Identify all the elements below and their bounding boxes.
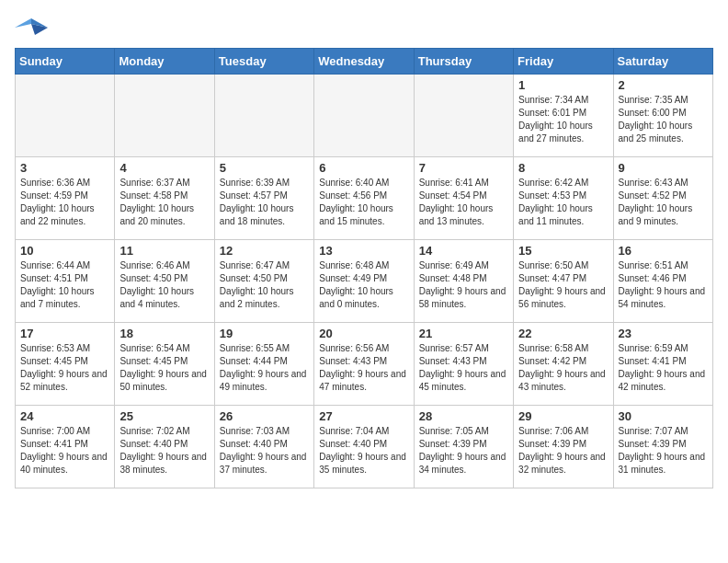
day-info: Sunrise: 6:48 AM Sunset: 4:49 PM Dayligh… [319,259,408,311]
day-number: 17 [20,327,109,340]
day-number: 18 [119,327,209,340]
logo-bird-icon [15,15,48,40]
calendar-cell [314,75,414,157]
calendar-cell: 11Sunrise: 6:46 AM Sunset: 4:50 PM Dayli… [115,240,214,323]
day-number: 2 [619,78,708,92]
calendar-week-row: 24Sunrise: 7:00 AM Sunset: 4:41 PM Dayli… [16,406,713,488]
day-info: Sunrise: 6:55 AM Sunset: 4:44 PM Dayligh… [220,342,309,394]
calendar-cell: 13Sunrise: 6:48 AM Sunset: 4:49 PM Dayli… [314,240,414,323]
calendar-cell: 29Sunrise: 7:06 AM Sunset: 4:39 PM Dayli… [514,406,613,488]
day-number: 16 [619,244,708,258]
day-number: 4 [119,161,209,175]
calendar-cell: 27Sunrise: 7:04 AM Sunset: 4:40 PM Dayli… [314,406,414,488]
calendar-week-row: 3Sunrise: 6:36 AM Sunset: 4:59 PM Daylig… [16,157,713,240]
calendar-header-monday: Monday [115,49,214,75]
logo [15,15,51,40]
day-number: 12 [220,244,309,258]
day-number: 11 [119,244,209,258]
calendar-cell: 21Sunrise: 6:57 AM Sunset: 4:43 PM Dayli… [414,323,513,406]
day-info: Sunrise: 6:42 AM Sunset: 4:53 PM Dayligh… [518,177,608,228]
calendar-header-wednesday: Wednesday [314,49,414,75]
day-number: 25 [119,409,209,423]
day-info: Sunrise: 6:56 AM Sunset: 4:43 PM Dayligh… [319,342,408,394]
calendar-table: SundayMondayTuesdayWednesdayThursdayFrid… [15,48,713,488]
day-info: Sunrise: 6:53 AM Sunset: 4:45 PM Dayligh… [20,342,109,394]
day-info: Sunrise: 6:47 AM Sunset: 4:50 PM Dayligh… [220,259,309,311]
day-number: 13 [319,244,408,258]
day-info: Sunrise: 7:05 AM Sunset: 4:39 PM Dayligh… [419,425,508,477]
header [15,15,713,40]
calendar-cell: 9Sunrise: 6:43 AM Sunset: 4:52 PM Daylig… [613,157,712,240]
day-info: Sunrise: 6:41 AM Sunset: 4:54 PM Dayligh… [419,177,508,228]
calendar-header-sunday: Sunday [16,49,115,75]
calendar-cell: 5Sunrise: 6:39 AM Sunset: 4:57 PM Daylig… [214,157,313,240]
day-info: Sunrise: 6:46 AM Sunset: 4:50 PM Dayligh… [119,259,209,311]
calendar-cell [16,75,115,157]
day-info: Sunrise: 7:07 AM Sunset: 4:39 PM Dayligh… [619,425,708,477]
day-number: 6 [319,161,408,175]
calendar-cell: 25Sunrise: 7:02 AM Sunset: 4:40 PM Dayli… [115,406,214,488]
day-info: Sunrise: 6:58 AM Sunset: 4:42 PM Dayligh… [518,342,608,394]
calendar-cell: 19Sunrise: 6:55 AM Sunset: 4:44 PM Dayli… [214,323,313,406]
calendar-header-tuesday: Tuesday [214,49,313,75]
calendar-cell: 30Sunrise: 7:07 AM Sunset: 4:39 PM Dayli… [613,406,712,488]
day-info: Sunrise: 7:00 AM Sunset: 4:41 PM Dayligh… [20,425,109,477]
calendar-cell: 7Sunrise: 6:41 AM Sunset: 4:54 PM Daylig… [414,157,513,240]
calendar-header-friday: Friday [514,49,613,75]
day-number: 15 [518,244,608,258]
calendar-cell [214,75,313,157]
day-number: 1 [518,78,608,92]
calendar-header-row: SundayMondayTuesdayWednesdayThursdayFrid… [16,49,713,75]
day-number: 14 [419,244,508,258]
day-number: 28 [419,409,508,423]
calendar-week-row: 1Sunrise: 7:34 AM Sunset: 6:01 PM Daylig… [16,75,713,157]
calendar-cell: 17Sunrise: 6:53 AM Sunset: 4:45 PM Dayli… [16,323,115,406]
calendar-cell: 10Sunrise: 6:44 AM Sunset: 4:51 PM Dayli… [16,240,115,323]
day-info: Sunrise: 7:02 AM Sunset: 4:40 PM Dayligh… [119,425,209,477]
day-number: 22 [518,327,608,340]
day-number: 20 [319,327,408,340]
day-info: Sunrise: 6:50 AM Sunset: 4:47 PM Dayligh… [518,259,608,311]
day-number: 23 [619,327,708,340]
calendar-week-row: 10Sunrise: 6:44 AM Sunset: 4:51 PM Dayli… [16,240,713,323]
day-info: Sunrise: 7:06 AM Sunset: 4:39 PM Dayligh… [518,425,608,477]
calendar-cell: 20Sunrise: 6:56 AM Sunset: 4:43 PM Dayli… [314,323,414,406]
calendar-cell: 8Sunrise: 6:42 AM Sunset: 4:53 PM Daylig… [514,157,613,240]
calendar-cell: 22Sunrise: 6:58 AM Sunset: 4:42 PM Dayli… [514,323,613,406]
calendar-header-saturday: Saturday [613,49,712,75]
day-number: 24 [20,409,109,423]
day-info: Sunrise: 7:03 AM Sunset: 4:40 PM Dayligh… [220,425,309,477]
calendar-cell: 18Sunrise: 6:54 AM Sunset: 4:45 PM Dayli… [115,323,214,406]
day-info: Sunrise: 6:37 AM Sunset: 4:58 PM Dayligh… [119,177,209,228]
calendar-cell: 23Sunrise: 6:59 AM Sunset: 4:41 PM Dayli… [613,323,712,406]
day-info: Sunrise: 6:40 AM Sunset: 4:56 PM Dayligh… [319,177,408,228]
calendar-cell: 28Sunrise: 7:05 AM Sunset: 4:39 PM Dayli… [414,406,513,488]
calendar-cell: 6Sunrise: 6:40 AM Sunset: 4:56 PM Daylig… [314,157,414,240]
day-number: 3 [20,161,109,175]
day-info: Sunrise: 6:57 AM Sunset: 4:43 PM Dayligh… [419,342,508,394]
day-info: Sunrise: 6:49 AM Sunset: 4:48 PM Dayligh… [419,259,508,311]
day-info: Sunrise: 7:04 AM Sunset: 4:40 PM Dayligh… [319,425,408,477]
day-info: Sunrise: 6:54 AM Sunset: 4:45 PM Dayligh… [119,342,209,394]
day-number: 10 [20,244,109,258]
calendar-cell [115,75,214,157]
svg-marker-1 [15,18,31,28]
calendar-cell: 4Sunrise: 6:37 AM Sunset: 4:58 PM Daylig… [115,157,214,240]
calendar-cell: 15Sunrise: 6:50 AM Sunset: 4:47 PM Dayli… [514,240,613,323]
calendar-header-thursday: Thursday [414,49,513,75]
day-info: Sunrise: 6:51 AM Sunset: 4:46 PM Dayligh… [619,259,708,311]
day-info: Sunrise: 6:59 AM Sunset: 4:41 PM Dayligh… [619,342,708,394]
day-info: Sunrise: 6:36 AM Sunset: 4:59 PM Dayligh… [20,177,109,228]
calendar-cell: 3Sunrise: 6:36 AM Sunset: 4:59 PM Daylig… [16,157,115,240]
day-number: 30 [619,409,708,423]
day-number: 19 [220,327,309,340]
calendar-cell: 2Sunrise: 7:35 AM Sunset: 6:00 PM Daylig… [613,75,712,157]
calendar-cell [414,75,513,157]
day-number: 8 [518,161,608,175]
day-info: Sunrise: 6:43 AM Sunset: 4:52 PM Dayligh… [619,177,708,228]
day-info: Sunrise: 6:44 AM Sunset: 4:51 PM Dayligh… [20,259,109,311]
day-number: 7 [419,161,508,175]
day-number: 29 [518,409,608,423]
calendar-cell: 16Sunrise: 6:51 AM Sunset: 4:46 PM Dayli… [613,240,712,323]
day-info: Sunrise: 6:39 AM Sunset: 4:57 PM Dayligh… [220,177,309,228]
